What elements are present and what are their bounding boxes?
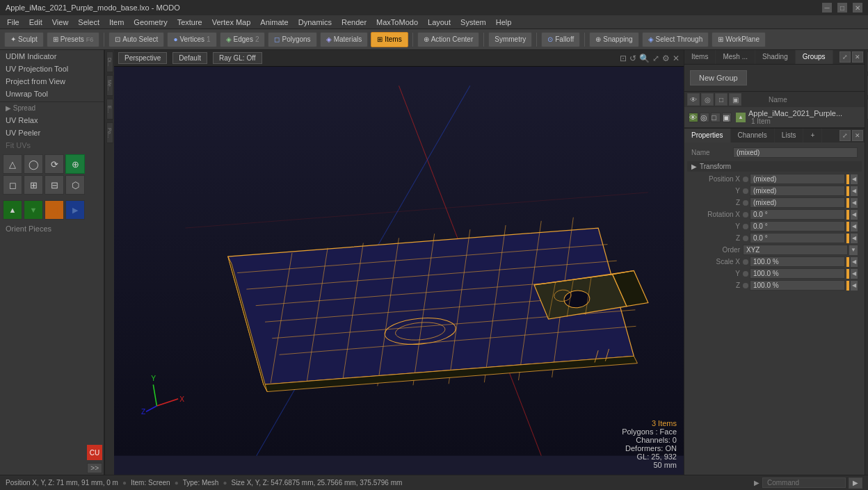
- maximize-button[interactable]: □: [837, 3, 847, 13]
- viewport-raygl-btn[interactable]: Ray GL: Off: [213, 52, 262, 64]
- select-through-button[interactable]: ◈ Select Through: [642, 32, 709, 47]
- props-tab-lists[interactable]: Lists: [775, 129, 804, 142]
- tab-groups[interactable]: Groups: [796, 50, 833, 64]
- rot-x-arrow[interactable]: ◀: [851, 210, 858, 220]
- arrow-left[interactable]: ◀: [45, 200, 64, 220]
- snapping-button[interactable]: ⊕ Snapping: [589, 32, 638, 47]
- action-center-button[interactable]: ⊕ Action Center: [417, 32, 480, 47]
- pos-y-input[interactable]: [750, 186, 845, 196]
- tab-items[interactable]: Items: [684, 50, 716, 64]
- rot-z-dot[interactable]: [743, 236, 748, 241]
- new-group-button[interactable]: New Group: [690, 70, 747, 85]
- group-eye-toggle[interactable]: 👁: [689, 113, 698, 122]
- materials-button[interactable]: ◈ Materials: [320, 32, 369, 47]
- props-close-btn[interactable]: ✕: [852, 130, 863, 141]
- scale-x-arrow[interactable]: ◀: [851, 257, 858, 267]
- menu-animate[interactable]: Animate: [256, 17, 292, 28]
- double-arrow-button[interactable]: >>: [87, 463, 102, 473]
- tool-btn-7[interactable]: ⊟: [45, 175, 64, 195]
- uv-projection-tool[interactable]: UV Projection Tool: [0, 63, 104, 75]
- viewport[interactable]: Perspective Default Ray GL: Off ⊡ ↺ 🔍 ⤢ …: [114, 50, 684, 475]
- pos-y-arrow[interactable]: ◀: [851, 186, 858, 196]
- rot-x-dot[interactable]: [743, 212, 748, 218]
- pos-x-dot[interactable]: [743, 177, 748, 182]
- viewport-fit-icon[interactable]: ⊡: [620, 54, 627, 63]
- scale-z-dot[interactable]: [743, 283, 748, 288]
- scale-y-dot[interactable]: [743, 271, 748, 277]
- sculpt-button[interactable]: ✦ Sculpt: [4, 32, 44, 47]
- arrow-up[interactable]: ▲: [3, 200, 22, 220]
- uv-relax[interactable]: UV Relax: [0, 114, 104, 126]
- pos-z-input[interactable]: [750, 197, 845, 208]
- items-button[interactable]: ⊞ Items: [371, 32, 408, 47]
- viewport-shading-btn[interactable]: Default: [172, 52, 207, 64]
- viewport-close-icon[interactable]: ✕: [673, 54, 680, 63]
- fit-uvs[interactable]: Fit UVs: [0, 139, 104, 152]
- command-input[interactable]: [762, 477, 846, 488]
- menu-render[interactable]: Render: [337, 17, 371, 28]
- menu-help[interactable]: Help: [492, 17, 516, 28]
- tool-btn-2[interactable]: ◯: [24, 154, 43, 174]
- props-tab-channels[interactable]: Channels: [731, 129, 775, 142]
- props-expand-btn[interactable]: ⤢: [839, 130, 851, 141]
- order-input[interactable]: [743, 245, 848, 255]
- menu-maxtomodo[interactable]: MaxToModo: [372, 17, 422, 28]
- edges-button[interactable]: ◈ Edges 2: [220, 32, 266, 47]
- falloff-button[interactable]: ⊙ Falloff: [541, 32, 580, 47]
- group-sel-toggle[interactable]: ▣: [722, 113, 732, 122]
- presets-button[interactable]: ⊞ Presets F6: [47, 32, 99, 47]
- viewport-zoom-icon[interactable]: 🔍: [639, 54, 650, 63]
- unwrap-tool[interactable]: Unwrap Tool: [0, 88, 104, 100]
- menu-system[interactable]: System: [456, 17, 490, 28]
- pos-z-dot[interactable]: [743, 200, 748, 206]
- menu-item[interactable]: Item: [105, 17, 128, 28]
- close-button[interactable]: ✕: [853, 3, 862, 13]
- tab-shading[interactable]: Shading: [755, 50, 796, 64]
- menu-geometry[interactable]: Geometry: [129, 17, 171, 28]
- scale-z-input[interactable]: [750, 280, 845, 291]
- tool-btn-3[interactable]: ⟳: [45, 154, 64, 174]
- side-strip-item-4[interactable]: Po...: [106, 122, 113, 143]
- name-input[interactable]: [733, 147, 858, 158]
- command-go-button[interactable]: ▶: [849, 477, 862, 489]
- scale-y-input[interactable]: [750, 268, 845, 279]
- polygons-button[interactable]: ◻ Polygons: [268, 32, 316, 47]
- menu-dynamics[interactable]: Dynamics: [294, 17, 336, 28]
- symmetry-button[interactable]: Symmetry: [488, 32, 532, 47]
- menu-view[interactable]: View: [48, 17, 73, 28]
- pos-x-arrow[interactable]: ◀: [851, 174, 858, 184]
- tool-btn-4[interactable]: ⊕: [65, 154, 85, 174]
- viewport-canvas[interactable]: X Y Z 3 Items Polygons : Face Channels: …: [114, 67, 684, 475]
- side-strip-item-2[interactable]: Me...: [106, 75, 113, 96]
- rot-z-input[interactable]: [750, 233, 845, 243]
- group-lock-toggle[interactable]: □: [711, 113, 721, 122]
- rot-z-arrow[interactable]: ◀: [851, 234, 858, 243]
- rot-y-dot[interactable]: [743, 224, 748, 229]
- menu-select[interactable]: Select: [74, 17, 104, 28]
- project-from-view[interactable]: Project from View: [0, 75, 104, 88]
- viewport-reset-icon[interactable]: ↺: [629, 54, 636, 63]
- scale-x-input[interactable]: [750, 256, 845, 267]
- arrow-right[interactable]: ▶: [65, 200, 85, 220]
- group-render-btn[interactable]: ◎: [701, 93, 714, 106]
- tool-btn-1[interactable]: △: [3, 154, 22, 174]
- menu-file[interactable]: File: [3, 17, 24, 28]
- menu-edit[interactable]: Edit: [25, 17, 47, 28]
- side-strip-item-3[interactable]: E...: [106, 99, 113, 120]
- scale-z-arrow[interactable]: ◀: [851, 281, 858, 291]
- udim-indicator[interactable]: UDIM Indicator: [0, 50, 104, 63]
- rot-y-input[interactable]: [750, 221, 845, 231]
- arrow-down[interactable]: ▼: [24, 200, 43, 220]
- menu-layout[interactable]: Layout: [424, 17, 455, 28]
- rot-x-input[interactable]: [750, 209, 845, 220]
- group-props-btn[interactable]: ▣: [729, 93, 741, 106]
- expand-button[interactable]: CU: [87, 445, 102, 460]
- group-lock-btn[interactable]: □: [715, 93, 728, 106]
- minimize-button[interactable]: ─: [822, 3, 832, 13]
- auto-select-button[interactable]: ⊡ Auto Select: [108, 32, 164, 47]
- viewport-expand-icon[interactable]: ⤢: [652, 54, 659, 63]
- props-tab-add[interactable]: +: [803, 129, 822, 142]
- rot-y-arrow[interactable]: ◀: [851, 222, 858, 231]
- scale-x-dot[interactable]: [743, 259, 748, 265]
- workplane-button[interactable]: ⊞ WorkPlane: [712, 32, 766, 47]
